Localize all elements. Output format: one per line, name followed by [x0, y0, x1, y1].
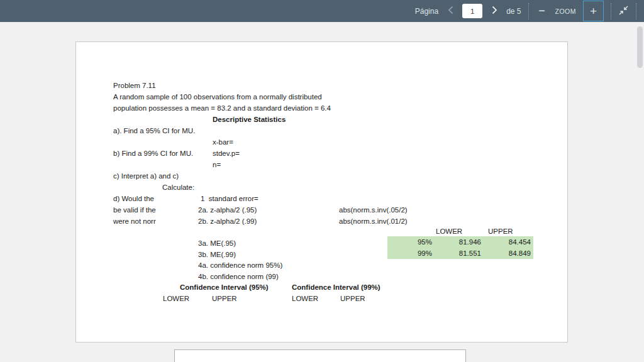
- toolbar-divider: [611, 3, 611, 19]
- results-row-95: 95% 81.946 84.454: [387, 236, 533, 248]
- ci95-header: Confidence Interval (95%): [180, 283, 269, 292]
- formula-2b: abs(norm.s.inv(.01/2): [339, 217, 408, 226]
- confidence-level-cell: 95%: [387, 236, 435, 248]
- document-viewer: Problem 7.11 A random sample of 100 obse…: [0, 22, 644, 362]
- step-2a: 2a. z-alpha/2 (.95): [198, 206, 257, 214]
- step-2b: 2b. z-alpha/2 (.99): [198, 217, 257, 226]
- problem-intro-line2: population possesses a mean = 83.2 and a…: [113, 104, 331, 112]
- zoom-out-button[interactable]: −: [536, 4, 548, 19]
- previous-page-button[interactable]: [445, 4, 455, 19]
- zoom-in-button[interactable]: +: [583, 1, 604, 21]
- ci99-upper-label: UPPER: [340, 294, 365, 303]
- upper-bound-cell: 84.454: [484, 236, 533, 248]
- vertical-scrollbar-thumb[interactable]: [637, 26, 643, 68]
- step-1: 1 standard error=: [201, 194, 258, 203]
- document-page-2: [174, 349, 466, 362]
- results-header-lower: LOWER: [436, 227, 462, 236]
- toolbar-divider: [528, 3, 529, 19]
- document-page-1: Problem 7.11 A random sample of 100 obse…: [75, 41, 568, 343]
- lower-bound-cell: 81.946: [435, 236, 484, 248]
- part-a: a). Find a 95% CI for MU.: [113, 126, 195, 135]
- part-d-line3: were not norr: [113, 217, 156, 226]
- stdev-label: stdev.p=: [213, 149, 240, 158]
- results-table: 95% 81.946 84.454 99% 81.551 84.849: [387, 236, 533, 259]
- page-count-label: de 5: [506, 7, 521, 16]
- part-d-line1: d) Would the: [113, 194, 154, 203]
- ci99-lower-label: LOWER: [292, 294, 318, 303]
- problem-intro-line1: A random sample of 100 observations from…: [113, 92, 322, 101]
- step-3b: 3b. ME(.99): [198, 250, 236, 259]
- step-3a: 3a. ME(.95): [198, 239, 236, 248]
- results-row-99: 99% 81.551 84.849: [387, 248, 533, 259]
- ci99-header: Confidence Interval (99%): [292, 283, 380, 292]
- results-header-upper: UPPER: [488, 227, 513, 236]
- zoom-label: ZOOM: [555, 8, 577, 15]
- ci95-lower-label: LOWER: [163, 294, 189, 303]
- problem-title: Problem 7.11: [113, 81, 156, 90]
- compress-arrows-icon: [618, 5, 629, 18]
- n-label: n=: [213, 160, 221, 169]
- chevron-right-icon: [492, 6, 497, 16]
- ci95-upper-label: UPPER: [212, 294, 237, 303]
- minus-icon: −: [538, 4, 545, 18]
- formula-2a: abs(norm.s.inv(.05/2): [339, 206, 408, 214]
- page-number-input[interactable]: [462, 4, 482, 18]
- chevron-left-icon: [448, 6, 453, 16]
- upper-bound-cell: 84.849: [484, 248, 533, 259]
- viewer-toolbar: Página de 5 − ZOOM +: [0, 0, 644, 22]
- part-c: c) Interpret a) and c): [113, 172, 179, 180]
- next-page-button[interactable]: [489, 4, 499, 19]
- xbar-label: x-bar=: [213, 138, 233, 146]
- toolbar-divider: [636, 3, 636, 19]
- plus-icon: +: [590, 4, 597, 18]
- part-d-line2: be valid if the: [113, 206, 156, 214]
- section-header: Descriptive Statistics: [213, 115, 286, 124]
- calculate-label: Calculate:: [162, 183, 194, 192]
- part-b: b) Find a 99% CI for MU.: [113, 149, 193, 158]
- step-4a: 4a. confidence norm 95%): [198, 261, 282, 270]
- lower-bound-cell: 81.551: [435, 248, 484, 259]
- step-4b: 4b. confidence norm (99): [198, 272, 279, 281]
- confidence-level-cell: 99%: [387, 248, 435, 259]
- page-label: Página: [415, 7, 438, 16]
- collapse-button[interactable]: [618, 5, 629, 18]
